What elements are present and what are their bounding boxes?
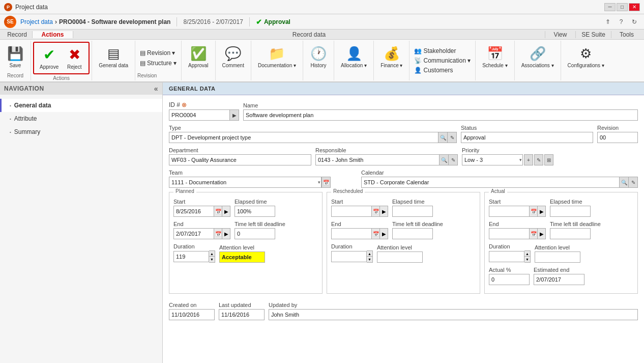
stakeholder-button[interactable]: 👥 Stakeholder xyxy=(412,46,473,55)
breadcrumb-parent[interactable]: Project data xyxy=(20,18,53,25)
rescheduled-end-arrow-button[interactable]: ▶ xyxy=(380,228,388,239)
actions-highlight-box: ✔ Approve ✖ Reject xyxy=(33,42,90,74)
approve-button[interactable]: ✔ Approve xyxy=(37,44,61,72)
actual-percent-label: Actual % xyxy=(489,267,530,273)
rescheduled-end-input[interactable] xyxy=(331,228,372,239)
actual-duration-down-button[interactable]: ▼ xyxy=(524,257,530,262)
type-label: Type xyxy=(169,125,457,131)
actual-start-arrow-button[interactable]: ▶ xyxy=(538,206,546,217)
planned-start-arrow-button[interactable]: ▶ xyxy=(222,206,230,217)
minimize-button[interactable]: ─ xyxy=(604,3,616,11)
nav-help-button[interactable]: ? xyxy=(616,16,627,27)
tab-record-data[interactable]: Record data xyxy=(73,31,545,38)
created-on-label: Created on xyxy=(169,302,215,308)
maximize-button[interactable]: □ xyxy=(617,3,628,11)
comment-button[interactable]: 💬 Comment xyxy=(220,43,247,71)
planned-end-calendar-button[interactable]: 📅 xyxy=(214,228,222,239)
team-select[interactable]: 1111 - Documentation xyxy=(169,177,321,188)
actual-duration-input[interactable] xyxy=(489,251,524,262)
general-data-button[interactable]: ▤ General data xyxy=(96,43,131,71)
priority-select[interactable]: Low - 3 xyxy=(462,154,523,165)
sidebar-item-summary[interactable]: • Summary xyxy=(0,125,162,138)
name-input[interactable] xyxy=(243,109,638,121)
priority-edit-button[interactable]: ✎ xyxy=(534,154,543,165)
breadcrumb: Project data › PRO0004 - Software develo… xyxy=(20,18,170,25)
team-input-group: 1111 - Documentation ▾ 📅 xyxy=(169,177,357,188)
actual-percent-input[interactable] xyxy=(489,274,530,285)
actual-end-calendar-button[interactable]: 📅 xyxy=(530,228,538,239)
schedule-button[interactable]: 📅 Schedule ▾ xyxy=(480,43,510,71)
rescheduled-end-calendar-button[interactable]: 📅 xyxy=(372,228,380,239)
nav-collapse-button[interactable]: ⇑ xyxy=(602,16,613,27)
name-group: Name xyxy=(243,102,638,121)
planned-end-arrow-button[interactable]: ▶ xyxy=(222,228,230,239)
sidebar: Navigation « • General data • Attribute … xyxy=(0,82,163,363)
calendar-search-button[interactable]: 🔍 xyxy=(620,177,629,188)
nav-refresh-button[interactable]: ↻ xyxy=(629,16,640,27)
priority-add-button[interactable]: + xyxy=(524,154,533,165)
id-input[interactable] xyxy=(169,109,230,121)
actual-end-arrow-button[interactable]: ▶ xyxy=(538,228,546,239)
name-label: Name xyxy=(243,102,638,108)
planned-duration-up-button[interactable]: ▲ xyxy=(209,251,215,257)
planned-duration-down-button[interactable]: ▼ xyxy=(209,257,215,262)
history-button[interactable]: 🕐 History xyxy=(307,43,330,71)
tab-se-suite[interactable]: SE Suite xyxy=(576,31,611,38)
finance-button[interactable]: 💰 Finance ▾ xyxy=(378,43,405,71)
actual-start-label: Start xyxy=(489,199,546,205)
planned-start-calendar-button[interactable]: 📅 xyxy=(214,206,222,217)
associations-button[interactable]: 🔗 Associations ▾ xyxy=(519,43,557,71)
priority-view-button[interactable]: ⊞ xyxy=(544,154,553,165)
rescheduled-start-calendar-button[interactable]: 📅 xyxy=(372,206,380,217)
communication-button[interactable]: 📡 Communication ▾ xyxy=(412,56,473,65)
actual-start-input[interactable] xyxy=(489,206,530,217)
type-input[interactable] xyxy=(169,132,438,143)
tab-record[interactable]: Record xyxy=(2,31,33,38)
sidebar-header: Navigation « xyxy=(0,82,162,95)
planned-elapsed-input xyxy=(235,206,275,217)
reject-button[interactable]: ✖ Reject xyxy=(63,44,85,72)
configurations-button[interactable]: ⚙ Configurations ▾ xyxy=(565,43,607,71)
sidebar-item-attribute[interactable]: • Attribute xyxy=(0,112,162,125)
tab-tools[interactable]: Tools xyxy=(611,31,642,38)
structure-button[interactable]: ▤ Structure ▾ xyxy=(137,59,179,68)
id-arrow-button[interactable]: ▶ xyxy=(230,109,239,121)
tab-actions[interactable]: Actions xyxy=(33,31,73,38)
allocation-button[interactable]: 👤 Allocation ▾ xyxy=(338,43,369,71)
rescheduled-duration-input[interactable] xyxy=(331,251,367,262)
save-button[interactable]: 💾 Save xyxy=(4,43,26,71)
close-button[interactable]: ✕ xyxy=(629,3,640,11)
estimated-end-input[interactable] xyxy=(534,274,584,285)
revision-button[interactable]: ▤ Revision ▾ xyxy=(137,48,179,58)
responsible-edit-button[interactable]: ✎ xyxy=(449,154,458,165)
responsible-input[interactable] xyxy=(315,154,440,165)
rescheduled-duration-down-button[interactable]: ▼ xyxy=(367,257,372,262)
responsible-search-button[interactable]: 🔍 xyxy=(440,154,449,165)
approval-button[interactable]: ✅ Approval xyxy=(186,43,211,71)
rescheduled-duration-up-button[interactable]: ▲ xyxy=(367,251,372,257)
type-status-revision-row: Type 🔍 ✎ Status Revision xyxy=(169,125,638,143)
actual-content: Start 📅 ▶ Elapsed time xyxy=(485,192,637,293)
calendar-edit-button[interactable]: ✎ xyxy=(629,177,638,188)
documentation-label: Documentation ▾ xyxy=(258,63,296,68)
rescheduled-start-arrow-button[interactable]: ▶ xyxy=(380,206,388,217)
planned-elapsed-group: Elapsed time xyxy=(235,199,275,217)
rescheduled-end-group: End 📅 ▶ xyxy=(331,221,388,239)
actual-end-input[interactable] xyxy=(489,228,530,239)
actual-duration-up-button[interactable]: ▲ xyxy=(524,251,530,257)
type-search-button[interactable]: 🔍 xyxy=(438,132,448,143)
sidebar-title: Navigation xyxy=(4,85,44,92)
sidebar-item-general-data[interactable]: • General data xyxy=(0,99,162,112)
rescheduled-start-input[interactable] xyxy=(331,206,372,217)
planned-end-input[interactable] xyxy=(173,228,214,239)
team-calendar-button[interactable]: 📅 xyxy=(321,177,331,188)
documentation-button[interactable]: 📁 Documentation ▾ xyxy=(255,43,299,71)
planned-duration-input[interactable] xyxy=(173,251,209,262)
planned-start-input[interactable] xyxy=(173,206,214,217)
tab-view[interactable]: View xyxy=(545,31,576,38)
sidebar-collapse-button[interactable]: « xyxy=(154,85,158,93)
type-edit-button[interactable]: ✎ xyxy=(448,132,457,143)
actual-start-calendar-button[interactable]: 📅 xyxy=(530,206,538,217)
customers-button[interactable]: 👤 Customers xyxy=(412,66,473,75)
nav-divider-2 xyxy=(249,17,250,26)
